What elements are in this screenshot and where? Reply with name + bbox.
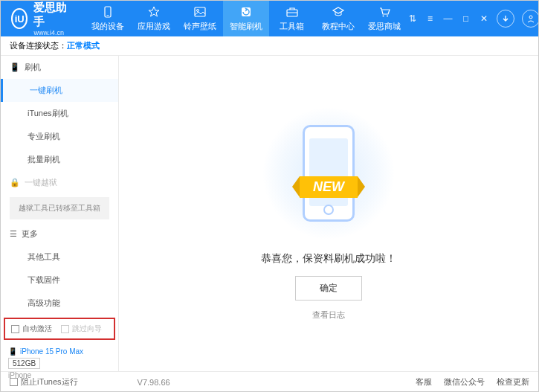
sidebar-item-itunes[interactable]: iTunes刷机 (1, 102, 118, 125)
highlighted-options: 自动激活 跳过向导 (4, 318, 115, 340)
nav-flash[interactable]: 智能刷机 (223, 1, 269, 36)
device-capacity: 512GB (8, 358, 40, 369)
menu-icon[interactable]: ≡ (425, 13, 436, 24)
view-log-link[interactable]: 查看日志 (312, 309, 345, 321)
user-icon[interactable] (522, 10, 539, 28)
nav-apps[interactable]: 应用游戏 (131, 1, 177, 36)
device-info[interactable]: 📱iPhone 15 Pro Max 512GB iPhone (1, 343, 118, 384)
sidebar-item-pro[interactable]: 专业刷机 (1, 125, 118, 148)
device-name: 📱iPhone 15 Pro Max (8, 347, 111, 356)
sidebar-item-other[interactable]: 其他工具 (1, 245, 118, 269)
lock-icon: 🔒 (10, 178, 20, 187)
sidebar-section-more[interactable]: ☰更多 (1, 222, 118, 245)
nav-my-device[interactable]: 我的设备 (85, 1, 131, 36)
status-label: 设备连接状态： (10, 40, 67, 51)
svg-rect-1 (106, 15, 109, 16)
graduation-icon (332, 5, 345, 19)
nav-ringtones[interactable]: 铃声壁纸 (177, 1, 223, 36)
image-icon (193, 5, 207, 19)
nav-tutorials[interactable]: 教程中心 (315, 1, 361, 36)
phone-icon: 📱 (10, 62, 20, 72)
checkbox-icon (61, 325, 69, 333)
titlebar: iU 爱思助手 www.i4.cn 我的设备 应用游戏 铃声壁纸 智能刷机 工具… (1, 1, 538, 36)
checkbox-auto-activate[interactable]: 自动激活 (11, 324, 52, 334)
toolbox-icon (285, 5, 299, 19)
sidebar-section-flash[interactable]: 📱刷机 (1, 56, 118, 79)
sidebar-item-oneclick[interactable]: 一键刷机 (1, 79, 118, 102)
logo[interactable]: iU 爱思助手 www.i4.cn (1, 1, 79, 36)
footer-link-support[interactable]: 客服 (416, 376, 432, 388)
flash-icon (239, 5, 253, 19)
device-type: iPhone (8, 371, 111, 379)
svg-point-7 (382, 16, 384, 17)
version-label: V7.98.66 (138, 378, 170, 387)
nav-toolbox[interactable]: 工具箱 (269, 1, 315, 36)
phone-graphic (303, 125, 355, 222)
sidebar-section-jailbreak: 🔒一键越狱 (1, 171, 118, 194)
wifi-icon[interactable]: ⇅ (407, 13, 418, 24)
svg-point-9 (529, 16, 532, 19)
sidebar-item-advanced[interactable]: 高级功能 (1, 292, 118, 315)
new-ribbon: NEW (300, 176, 358, 198)
checkbox-skip-guide: 跳过向导 (61, 324, 102, 334)
status-mode: 正常模式 (67, 40, 100, 51)
close-icon[interactable]: ✕ (479, 13, 489, 24)
nav-store[interactable]: 爱思商城 (361, 1, 407, 36)
footer-link-update[interactable]: 检查更新 (497, 376, 529, 388)
jailbreak-notice[interactable]: 越狱工具已转移至工具箱 (10, 197, 109, 219)
success-illustration: NEW (262, 106, 396, 240)
sidebar: 📱刷机 一键刷机 iTunes刷机 专业刷机 批量刷机 🔒一键越狱 越狱工具已转… (1, 56, 119, 371)
device-icon (101, 5, 114, 19)
footer-link-wechat[interactable]: 微信公众号 (444, 376, 485, 388)
download-icon[interactable] (497, 10, 514, 28)
sidebar-item-firmware[interactable]: 下载固件 (1, 269, 118, 292)
svg-rect-2 (195, 7, 205, 16)
svg-point-3 (196, 10, 199, 12)
titlebar-controls: ⇅ ≡ — □ ✕ (407, 10, 539, 28)
svg-rect-0 (105, 7, 111, 17)
apps-icon (147, 5, 161, 19)
ok-button[interactable]: 确定 (295, 276, 362, 301)
more-icon: ☰ (10, 229, 17, 239)
brand-name: 爱思助手 (33, 1, 68, 29)
status-row: 设备连接状态： 正常模式 (1, 36, 538, 56)
checkbox-icon (11, 325, 19, 333)
success-message: 恭喜您，保资料刷机成功啦！ (261, 252, 396, 266)
logo-icon: iU (11, 8, 28, 29)
top-nav: 我的设备 应用游戏 铃声壁纸 智能刷机 工具箱 教程中心 爱思商城 (85, 1, 407, 36)
sidebar-item-batch[interactable]: 批量刷机 (1, 148, 118, 171)
svg-point-8 (387, 16, 388, 17)
phone-small-icon: 📱 (8, 347, 17, 356)
brand-url: www.i4.cn (33, 29, 68, 36)
main-panel: NEW 恭喜您，保资料刷机成功啦！ 确定 查看日志 (119, 56, 538, 371)
maximize-icon[interactable]: □ (461, 13, 471, 24)
cart-icon (378, 5, 391, 19)
minimize-icon[interactable]: — (443, 13, 454, 24)
